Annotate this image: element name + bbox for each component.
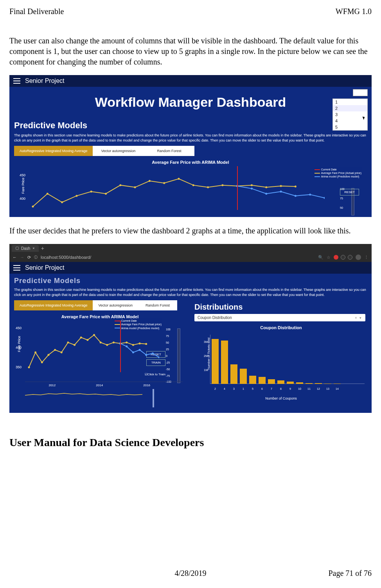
search-icon[interactable]: 🔍 [318, 255, 323, 260]
svg-point-28 [41, 362, 43, 364]
bar[interactable] [287, 382, 294, 384]
bar[interactable] [277, 380, 284, 384]
screenshot-2: Dash × + ← → ⟳ ⓘ localhost:5000/dashboar… [9, 244, 372, 413]
svg-point-46 [126, 346, 128, 348]
svg-point-41 [126, 342, 128, 344]
bar[interactable] [296, 382, 303, 384]
columns-option-2[interactable]: 2 [333, 105, 367, 111]
bar[interactable] [268, 379, 275, 384]
extension-icon[interactable] [348, 255, 352, 260]
svg-point-24 [309, 194, 311, 195]
value-slider[interactable]: 100 75 50 25 0 -25 -50 -75 -100 [162, 328, 185, 383]
tab-rf[interactable]: Random Forest [138, 300, 177, 310]
svg-point-36 [93, 334, 95, 336]
svg-point-38 [106, 344, 108, 346]
tab-arima[interactable]: AutoRegressive Integrated Moving Average [14, 146, 93, 156]
bar[interactable] [324, 384, 331, 384]
tab-rf[interactable]: Random Forest [144, 146, 194, 156]
coupon-bar-chart[interactable]: Number of Tickets sold 1M2M3M24315678910… [205, 332, 366, 391]
svg-point-12 [207, 186, 209, 188]
svg-point-34 [80, 337, 82, 339]
svg-point-35 [86, 339, 88, 341]
svg-point-26 [28, 366, 30, 368]
columns-option-4[interactable]: 4 [333, 118, 367, 124]
svg-point-50 [152, 353, 154, 355]
bar[interactable] [212, 339, 219, 384]
tab-var[interactable]: Vector autoregression [93, 300, 138, 310]
bar[interactable] [315, 383, 322, 384]
paragraph-2: If the user decides that he prefers to v… [9, 226, 372, 236]
doc-header-left: Final Deliverable [9, 7, 64, 16]
app-title: Senior Project [25, 77, 65, 84]
svg-point-5 [105, 193, 107, 195]
extension-icon[interactable] [341, 255, 345, 260]
nav-back-icon[interactable]: ← [13, 255, 17, 260]
section-title-predictive: Predictive Models [9, 117, 372, 131]
distributions-header: Distributions [190, 300, 372, 314]
site-info-icon[interactable]: ⓘ [34, 255, 38, 260]
current-date-line [237, 166, 238, 210]
browser-tab[interactable]: Dash × [12, 245, 39, 252]
bar[interactable] [334, 384, 341, 384]
range-selector[interactable]: 2012 2014 2016 [25, 382, 183, 409]
svg-point-15 [251, 184, 253, 186]
profile-icon[interactable] [356, 255, 361, 260]
new-tab-button[interactable]: + [41, 245, 44, 251]
svg-point-49 [145, 354, 147, 356]
svg-point-44 [145, 343, 147, 345]
nav-forward-icon[interactable]: → [20, 255, 24, 260]
svg-point-30 [54, 349, 56, 351]
columns-option-5[interactable]: 5 [333, 124, 367, 130]
bar[interactable] [221, 341, 228, 384]
svg-point-22 [280, 191, 282, 193]
svg-point-33 [74, 344, 75, 346]
clear-dropdown-icon[interactable]: × ▾ [355, 316, 362, 320]
svg-point-3 [75, 195, 77, 197]
bar[interactable] [259, 377, 266, 384]
svg-point-13 [221, 184, 223, 186]
svg-point-0 [32, 206, 34, 208]
svg-point-39 [113, 342, 115, 344]
distribution-select[interactable]: Coupon Distribution × ▾ [194, 314, 365, 321]
svg-point-23 [295, 195, 297, 197]
bar[interactable] [306, 383, 313, 384]
extension-icon[interactable] [334, 255, 338, 260]
browser-menu-icon[interactable]: ⋮ [364, 255, 368, 260]
svg-point-20 [251, 188, 253, 190]
svg-point-7 [134, 186, 136, 188]
section-description: The graphs shown in this section use mac… [9, 131, 372, 146]
star-icon[interactable]: ☆ [327, 255, 331, 260]
svg-point-25 [324, 197, 325, 199]
hamburger-icon[interactable] [13, 78, 20, 84]
columns-dropdown[interactable]: 1 2 3 4 5 [332, 99, 368, 131]
heading-user-manual: User Manual for Data Science Developers [9, 436, 372, 449]
footer-page: Page 71 of 76 [328, 569, 372, 578]
svg-point-31 [61, 351, 63, 353]
tab-arima[interactable]: AutoRegressive Integrated Moving Average [14, 300, 93, 310]
svg-point-47 [132, 351, 134, 353]
svg-point-21 [265, 193, 267, 195]
chart-title-arima: Average Fare Price with ARIMA Model [9, 310, 190, 321]
columns-option-1[interactable]: 1 [333, 99, 367, 105]
hamburger-icon[interactable] [13, 265, 20, 271]
range-handle[interactable] [153, 389, 154, 407]
columns-input[interactable] [353, 89, 368, 96]
svg-point-37 [100, 342, 102, 344]
address-bar[interactable]: localhost:5000/dashboard/ [41, 255, 315, 260]
bar[interactable] [230, 364, 237, 384]
svg-point-9 [163, 182, 165, 184]
svg-point-1 [47, 193, 49, 195]
svg-point-48 [139, 349, 141, 351]
bar-chart-title: Coupon Distribution [190, 325, 372, 330]
svg-point-43 [139, 342, 141, 344]
bar[interactable] [240, 369, 247, 384]
reset-button[interactable]: RESET [340, 189, 359, 195]
nav-reload-icon[interactable]: ⟳ [27, 255, 31, 260]
close-tab-icon[interactable]: × [32, 246, 34, 250]
app-title: Senior Project [25, 264, 65, 271]
tab-var[interactable]: Vector autoregression [93, 146, 144, 156]
arima-line-chart[interactable]: Fare Price 450 400 Current Date Average … [17, 166, 364, 217]
arima-line-chart-small[interactable]: Fare Price 450 400 350 Current Date Aver… [13, 321, 187, 379]
bar[interactable] [249, 376, 256, 384]
svg-point-8 [149, 180, 151, 182]
